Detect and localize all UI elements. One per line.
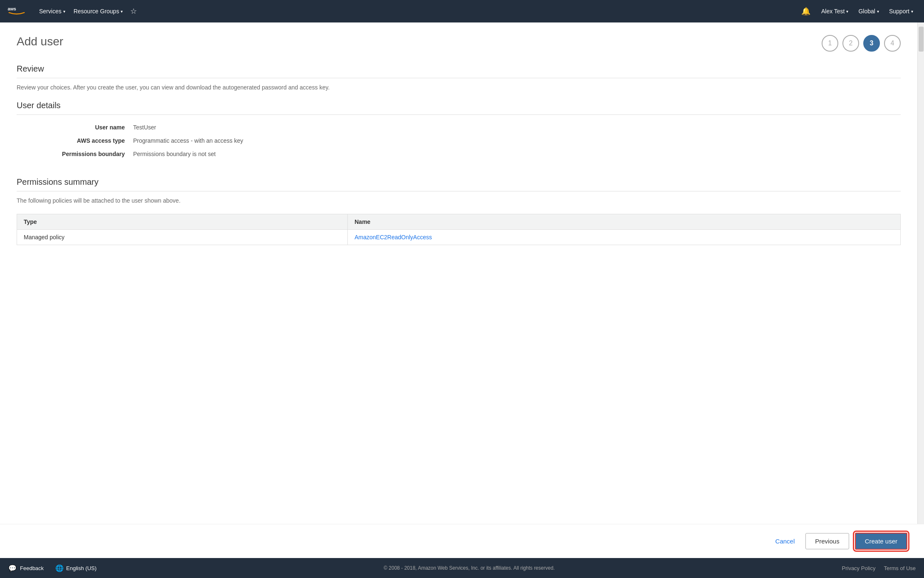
resource-groups-label: Resource Groups: [74, 8, 119, 15]
user-details-table: User name TestUser AWS access type Progr…: [17, 121, 901, 161]
create-user-button[interactable]: Create user: [855, 533, 907, 550]
user-label: Alex Test: [821, 8, 845, 15]
nav-support[interactable]: Support ▾: [885, 0, 917, 22]
nav-services[interactable]: Services ▾: [35, 0, 69, 22]
main-content: Add user 1 2 3 4 Review Review your choi…: [0, 22, 917, 524]
step-3-active[interactable]: 3: [863, 35, 880, 52]
globe-icon: 🌐: [55, 564, 64, 572]
permissions-boundary-value: Permissions boundary is not set: [133, 151, 216, 157]
aws-access-type-value: Programmatic access - with an access key: [133, 137, 243, 144]
main-wrapper: Add user 1 2 3 4 Review Review your choi…: [0, 22, 924, 524]
step-1[interactable]: 1: [822, 35, 838, 52]
feedback-section[interactable]: 💬 Feedback: [8, 564, 44, 572]
footer-copyright: © 2008 - 2018, Amazon Web Services, Inc.…: [100, 565, 838, 571]
permissions-boundary-row: Permissions boundary Permissions boundar…: [17, 147, 901, 161]
nav-region[interactable]: Global ▾: [854, 0, 883, 22]
notifications-bell-icon[interactable]: 🔔: [796, 0, 815, 22]
region-label: Global: [858, 8, 875, 15]
user-name-label: User name: [17, 124, 133, 131]
feedback-chat-icon: 💬: [8, 564, 17, 572]
scrollbar-track[interactable]: [917, 22, 924, 524]
language-label: English (US): [66, 565, 97, 571]
nav-user[interactable]: Alex Test ▾: [817, 0, 853, 22]
region-chevron-icon: ▾: [877, 9, 879, 14]
user-name-row: User name TestUser: [17, 121, 901, 134]
svg-text:aws: aws: [7, 6, 16, 11]
support-label: Support: [889, 8, 909, 15]
review-divider: [17, 78, 901, 78]
permissions-summary-divider: [17, 191, 901, 191]
aws-access-type-label: AWS access type: [17, 137, 133, 144]
support-chevron-icon: ▾: [911, 9, 913, 14]
top-navigation: aws Services ▾ Resource Groups ▾ ☆ 🔔 Ale…: [0, 0, 924, 22]
permissions-summary-desc: The following policies will be attached …: [17, 197, 901, 204]
permissions-table: Type Name Managed policy AmazonEC2ReadOn…: [17, 214, 901, 245]
permissions-summary-title: Permissions summary: [17, 177, 901, 187]
language-section[interactable]: 🌐 English (US): [55, 564, 97, 572]
resource-groups-chevron-icon: ▾: [121, 9, 123, 14]
step-indicators: 1 2 3 4: [822, 35, 901, 52]
nav-pin-icon[interactable]: ☆: [127, 0, 140, 22]
bottom-actions-bar: Cancel Previous Create user: [0, 524, 924, 558]
services-chevron-icon: ▾: [63, 9, 65, 14]
review-title: Review: [17, 64, 901, 74]
terms-of-use-link[interactable]: Terms of Use: [884, 565, 916, 571]
privacy-policy-link[interactable]: Privacy Policy: [842, 565, 876, 571]
cancel-button[interactable]: Cancel: [770, 534, 800, 548]
user-chevron-icon: ▾: [846, 9, 848, 14]
scrollbar-thumb[interactable]: [919, 27, 924, 52]
permissions-summary-section: Permissions summary The following polici…: [17, 177, 901, 245]
col-type-header: Type: [17, 214, 348, 230]
aws-logo[interactable]: aws: [7, 5, 27, 17]
feedback-label: Feedback: [20, 565, 44, 571]
policy-name-cell: AmazonEC2ReadOnlyAccess: [348, 230, 901, 245]
nav-resource-groups[interactable]: Resource Groups ▾: [69, 0, 127, 22]
review-desc: Review your choices. After you create th…: [17, 84, 901, 91]
col-name-header: Name: [348, 214, 901, 230]
user-details-title: User details: [17, 101, 901, 110]
table-row: Managed policy AmazonEC2ReadOnlyAccess: [17, 230, 901, 245]
footer: 💬 Feedback 🌐 English (US) © 2008 - 2018,…: [0, 558, 924, 578]
aws-access-type-row: AWS access type Programmatic access - wi…: [17, 134, 901, 147]
nav-right-controls: 🔔 Alex Test ▾ Global ▾ Support ▾: [796, 0, 917, 22]
user-name-value: TestUser: [133, 124, 156, 131]
previous-button[interactable]: Previous: [805, 533, 849, 549]
step-4[interactable]: 4: [884, 35, 901, 52]
page-title: Add user: [17, 35, 63, 48]
policy-type-cell: Managed policy: [17, 230, 348, 245]
footer-links: Privacy Policy Terms of Use: [842, 565, 916, 571]
permissions-boundary-label: Permissions boundary: [17, 151, 133, 157]
user-details-divider: [17, 114, 901, 115]
step-2[interactable]: 2: [842, 35, 859, 52]
review-section: Review Review your choices. After you cr…: [17, 64, 901, 245]
services-label: Services: [39, 8, 62, 15]
page-header: Add user 1 2 3 4: [17, 35, 901, 52]
policy-name-link[interactable]: AmazonEC2ReadOnlyAccess: [354, 234, 432, 241]
